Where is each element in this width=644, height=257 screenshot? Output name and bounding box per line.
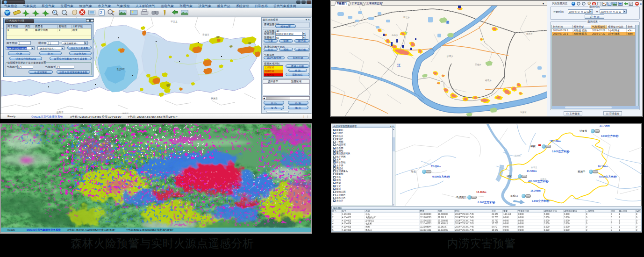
svg-text:双江乡: 双江乡 [403, 16, 410, 19]
svg-text:护潭乡: 护潭乡 [446, 55, 453, 57]
svg-text:雨湖区: 雨湖区 [515, 154, 521, 157]
svg-text:昭潭乡: 昭潭乡 [485, 79, 492, 82]
svg-text:湘: 湘 [445, 21, 449, 24]
svg-text:长沙市: 长沙市 [116, 67, 125, 71]
svg-text:先锋乡: 先锋乡 [392, 34, 398, 36]
svg-text:株洲县: 株洲县 [531, 166, 537, 169]
svg-text:株木乡: 株木乡 [526, 33, 533, 35]
svg-text:R: R [608, 2, 611, 6]
svg-text:霞城乡: 霞城乡 [475, 63, 481, 66]
svg-text:常德市: 常德市 [202, 33, 209, 36]
svg-text:×: × [640, 2, 642, 6]
svg-text:平江县: 平江县 [171, 20, 178, 23]
svg-text:马家河: 马家河 [520, 111, 527, 114]
svg-text:株洲县: 株洲县 [210, 97, 218, 100]
svg-text:+: + [53, 11, 55, 14]
svg-text:江: 江 [397, 64, 401, 67]
svg-text:2: 2 [100, 10, 102, 15]
